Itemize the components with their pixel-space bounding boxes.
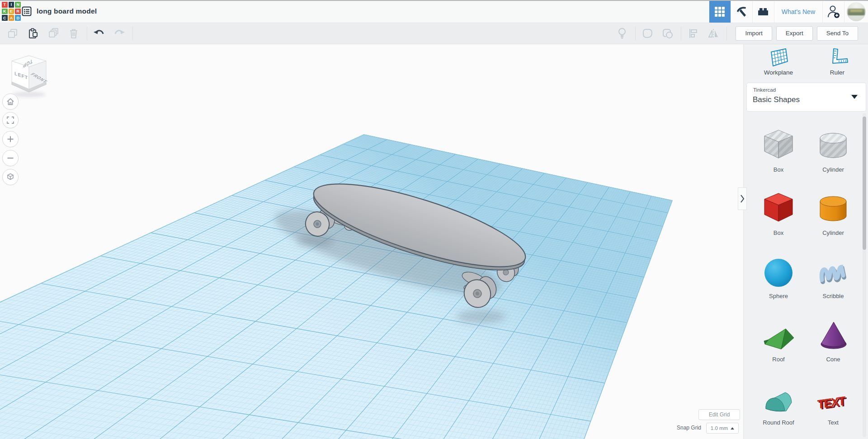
- add-profile-button[interactable]: [822, 1, 844, 23]
- chevron-right-icon: [740, 194, 745, 203]
- edit-toolbar: Import Export Send To: [0, 23, 868, 44]
- dashboard-button[interactable]: [709, 1, 731, 23]
- shape-box-hole[interactable]: Box: [753, 126, 804, 173]
- caret-up-icon: [731, 427, 734, 430]
- mirror-icon: [707, 28, 720, 39]
- shape-box[interactable]: Box: [753, 190, 804, 236]
- box-hole-icon: [760, 126, 797, 164]
- toolbar-separator: [87, 27, 87, 40]
- logo-tile: T: [2, 2, 8, 8]
- shape-sphere[interactable]: Sphere: [753, 253, 804, 299]
- toolbar-right-group: Import Export Send To: [615, 23, 858, 44]
- brick-button[interactable]: [752, 1, 774, 23]
- logo-tile: K: [2, 9, 8, 14]
- shape-label: Cylinder: [808, 166, 859, 173]
- panel-collapse-handle[interactable]: [738, 187, 747, 210]
- paste-button[interactable]: [26, 26, 40, 41]
- text-icon: TEXTTEXT: [814, 379, 852, 417]
- shape-cylinder-hole[interactable]: Cylinder: [808, 126, 859, 173]
- roof-icon: [760, 316, 797, 354]
- lightbulb-icon: [616, 27, 628, 40]
- logo-tile: E: [9, 9, 14, 14]
- design-menu-button[interactable]: [21, 6, 32, 17]
- align-icon: [687, 28, 699, 39]
- shape-cone[interactable]: Cone: [808, 316, 859, 363]
- cone-icon: [814, 316, 852, 354]
- edit-grid-button[interactable]: Edit Grid: [698, 409, 740, 420]
- cylinder-icon: [814, 190, 852, 228]
- snap-grid-select[interactable]: 1.0 mm: [706, 423, 739, 434]
- show-all-button[interactable]: [615, 26, 629, 41]
- grid-tiles-icon: [714, 6, 726, 18]
- shape-cylinder[interactable]: Cylinder: [808, 190, 859, 236]
- fit-view-icon: [6, 116, 15, 125]
- logo-tile: C: [2, 15, 8, 21]
- shape-label: Roof: [753, 356, 804, 363]
- toolbar-separator: [132, 27, 133, 40]
- pickaxe-icon: [735, 5, 748, 18]
- snap-grid-label: Snap Grid: [677, 425, 701, 431]
- import-button[interactable]: Import: [736, 26, 772, 41]
- fit-view-button[interactable]: [2, 112, 19, 128]
- logo-tile: R: [15, 9, 21, 14]
- export-button[interactable]: Export: [776, 26, 813, 41]
- shape-text[interactable]: TEXTTEXTText: [808, 379, 859, 426]
- list-icon: [21, 6, 32, 17]
- app-header: TINKERCAD long board model: [0, 0, 868, 23]
- shape-label: Cylinder: [808, 229, 859, 236]
- duplicate-icon: [47, 27, 60, 39]
- shape-label: Round Roof: [753, 419, 804, 426]
- perspective-toggle-button[interactable]: [2, 169, 19, 185]
- perspective-cube-icon: [6, 173, 15, 182]
- delete-button[interactable]: [66, 26, 81, 41]
- minecraft-button[interactable]: [731, 1, 752, 23]
- shape-label: Box: [753, 229, 804, 236]
- redo-button[interactable]: [112, 26, 127, 41]
- cylinder-hole-icon: [814, 126, 852, 164]
- shape-roof[interactable]: Roof: [753, 316, 804, 363]
- whats-new-link[interactable]: What's New: [774, 1, 822, 23]
- copy-button[interactable]: [5, 26, 20, 41]
- toolbar-separator: [726, 27, 727, 40]
- panel-scrollbar: [863, 113, 866, 437]
- duplicate-button[interactable]: [46, 26, 61, 41]
- ungroup-button[interactable]: [660, 26, 675, 41]
- shape-label: Sphere: [753, 293, 804, 299]
- shape-round-roof[interactable]: Round Roof: [753, 379, 804, 426]
- logo-tile: N: [15, 2, 21, 8]
- group-button[interactable]: [640, 26, 655, 41]
- redo-icon: [113, 28, 126, 39]
- shapes-panel: Workplane Ruler Tinkercad Basic Shapes B…: [743, 44, 868, 439]
- undo-button[interactable]: [92, 26, 106, 41]
- shape-label: Cone: [808, 356, 859, 363]
- group-icon: [641, 28, 654, 39]
- home-view-button[interactable]: [2, 93, 19, 110]
- tinkercad-app: TINKERCAD long board model: [0, 0, 868, 439]
- person-add-icon: [827, 5, 840, 19]
- header-actions: What's New: [709, 1, 868, 23]
- viewport-3d[interactable]: TOP LEFT FRONT: [0, 44, 744, 439]
- tinkercad-logo: TINKERCAD: [2, 2, 21, 21]
- shape-label: Scribble: [808, 293, 859, 299]
- shape-label: Text: [808, 419, 859, 426]
- logo-tile: A: [9, 15, 14, 21]
- logo-tile: D: [15, 15, 21, 21]
- mirror-button[interactable]: [706, 26, 721, 41]
- window-top-edge: [0, 0, 868, 1]
- plus-icon: [6, 135, 15, 144]
- toolbar-left-group: [5, 23, 137, 44]
- send-to-button[interactable]: Send To: [817, 26, 858, 41]
- zoom-in-button[interactable]: [2, 131, 19, 147]
- align-button[interactable]: [686, 26, 700, 41]
- account-menu[interactable]: [844, 1, 868, 23]
- scribble-icon: [814, 253, 852, 291]
- sphere-icon: [760, 253, 797, 291]
- zoom-out-button[interactable]: [2, 150, 19, 166]
- panel-scrollbar-thumb[interactable]: [863, 117, 866, 250]
- shape-scribble[interactable]: Scribble: [808, 253, 859, 299]
- shapes-grid: BoxCylinderBoxCylinderSphereScribbleRoof…: [744, 44, 868, 439]
- trash-icon: [68, 28, 80, 39]
- shape-label: Box: [753, 166, 804, 173]
- design-title[interactable]: long board model: [37, 7, 97, 15]
- model-layer: [0, 44, 744, 439]
